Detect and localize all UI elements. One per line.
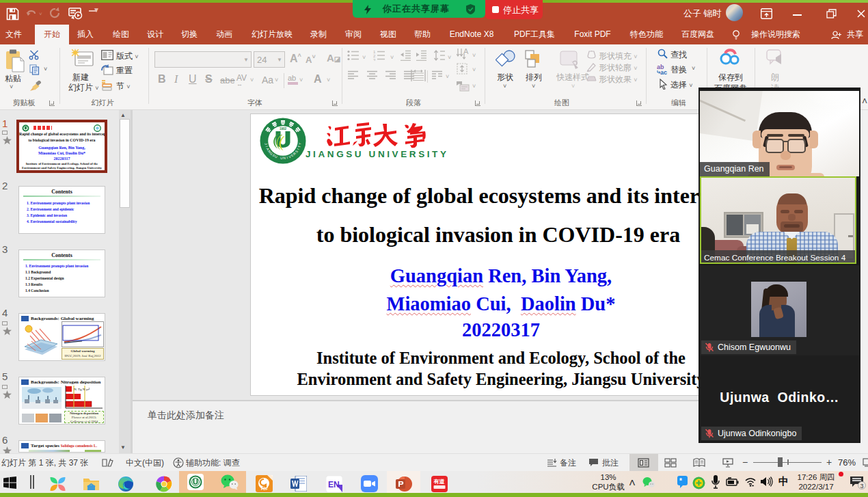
svg-text:*: * <box>679 477 682 485</box>
svg-text:1902: 1902 <box>280 127 287 131</box>
svg-text:ac: ac <box>660 69 667 75</box>
svg-text:N. Tg N yr¹: N. Tg N yr¹ <box>74 388 90 391</box>
svg-text:PDF: PDF <box>261 487 268 491</box>
svg-text:3: 3 <box>373 58 376 62</box>
svg-text:EN: EN <box>328 480 340 489</box>
svg-text:有道: 有道 <box>433 479 446 485</box>
svg-text:3: 3 <box>860 483 864 489</box>
